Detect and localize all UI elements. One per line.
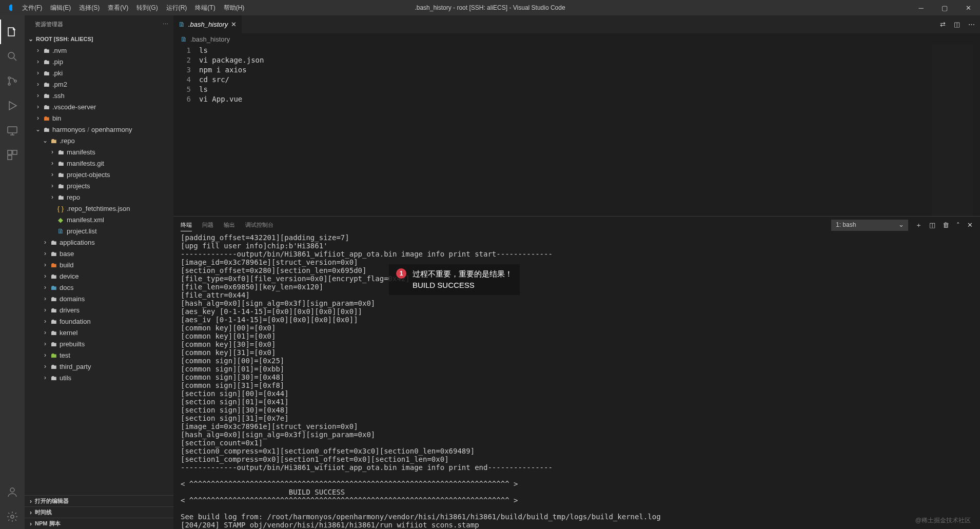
tree-label: harmonyos (52, 126, 85, 133)
tree-label: .ssh (52, 92, 65, 100)
code-content[interactable]: ls vi package.json npm i axios cd src/ l… (199, 45, 980, 216)
folder-icon: 🖿 (49, 239, 57, 246)
tree-folder[interactable]: 🖿.repo (25, 135, 173, 146)
activity-settings[interactable] (0, 504, 25, 529)
tree-folder[interactable]: 🖿bin (25, 112, 173, 124)
tree-label: docs (60, 284, 73, 291)
panel-tab-debug-console[interactable]: 调试控制台 (245, 219, 273, 231)
activity-search[interactable] (0, 44, 25, 69)
tree-folder[interactable]: 🖿.pm2 (25, 79, 173, 90)
tree-file[interactable]: ◆manifest.xml (25, 214, 173, 225)
tree-folder[interactable]: 🖿.nvm (25, 45, 173, 56)
tree-folder[interactable]: 🖿foundation (25, 316, 173, 327)
tree-folder[interactable]: 🖿device (25, 270, 173, 282)
tree-file[interactable]: 🗎project.list (25, 225, 173, 237)
tree-folder[interactable]: 🖿.pki (25, 67, 173, 79)
code-line: cd src/ (199, 75, 980, 85)
line-number: 6 (173, 94, 191, 104)
sidebar-actions: ⋯ (163, 21, 168, 28)
line-number: 4 (173, 75, 191, 85)
folder-icon: 🖿 (42, 114, 50, 122)
menu-selection[interactable]: 选择(S) (75, 0, 104, 15)
tree-folder[interactable]: 🖿.pip (25, 56, 173, 67)
tree-folder[interactable]: 🖿repo (25, 191, 173, 203)
code-line: vi App.vue (199, 94, 980, 104)
tree-folder[interactable]: 🖿kernel (25, 327, 173, 338)
menu-go[interactable]: 转到(G) (132, 0, 162, 15)
menu-run[interactable]: 运行(R) (162, 0, 191, 15)
close-panel-icon[interactable]: ✕ (967, 221, 973, 229)
tree-folder[interactable]: 🖿projects (25, 180, 173, 191)
minimize-button[interactable]: ─ (909, 0, 933, 15)
tree-folder[interactable]: 🖿build (25, 259, 173, 270)
tree-root[interactable]: ROOT [SSH: ALIECS] (25, 33, 173, 45)
editor-area: 🗎 .bash_history ✕ ⇄ ◫ ⋯ 🗎 .bash_history … (173, 15, 980, 529)
tree-folder[interactable]: 🖿project-objects (25, 169, 173, 180)
menu-edit[interactable]: 编辑(E) (46, 0, 75, 15)
activity-account[interactable] (0, 480, 25, 504)
tree-folder[interactable]: 🖿applications (25, 237, 173, 248)
section-timeline[interactable]: 时间线 (25, 506, 173, 518)
editor-content[interactable]: 1 2 3 4 5 6 ls vi package.json npm i axi… (173, 45, 980, 216)
tree-folder[interactable]: 🖿domains (25, 293, 173, 304)
chevron-right-icon (41, 261, 49, 268)
tree-folder[interactable]: 🖿test (25, 349, 173, 361)
breadcrumb[interactable]: 🗎 .bash_history (173, 33, 980, 45)
activity-run-debug[interactable] (0, 93, 25, 118)
activity-explorer[interactable] (0, 19, 25, 44)
annotation-line: BUILD SUCCESS (413, 280, 513, 291)
terminal-output[interactable]: [padding_offset=432201][padding_size=7] … (173, 233, 980, 529)
file-tree[interactable]: 🖿.nvm 🖿.pip 🖿.pki 🖿.pm2 🖿.ssh 🖿.vscode-s… (25, 45, 173, 495)
menu-terminal[interactable]: 终端(T) (191, 0, 219, 15)
tree-folder[interactable]: 🖿prebuilts (25, 338, 173, 349)
section-npm-scripts[interactable]: NPM 脚本 (25, 518, 173, 529)
code-line: vi package.json (199, 55, 980, 65)
chevron-right-icon (41, 272, 49, 280)
tree-file[interactable]: { }.repo_fetchtimes.json (25, 203, 173, 214)
chevron-down-icon (27, 35, 35, 43)
tree-folder[interactable]: 🖿docs (25, 282, 173, 293)
tree-folder[interactable]: 🖿.vscode-server (25, 101, 173, 112)
activity-source-control[interactable] (0, 69, 25, 93)
tree-folder[interactable]: 🖿base (25, 248, 173, 259)
folder-icon: 🖿 (49, 340, 57, 348)
activity-remote[interactable] (0, 118, 25, 143)
tree-folder[interactable]: 🖿.ssh (25, 90, 173, 101)
section-open-editors[interactable]: 打开的编辑器 (25, 495, 173, 506)
panel-tab-terminal[interactable]: 终端 (181, 219, 192, 231)
minimap[interactable] (932, 45, 973, 216)
activity-extensions[interactable] (0, 143, 25, 167)
terminal-selector[interactable]: 1: bash (831, 220, 908, 231)
tree-folder[interactable]: 🖿manifests.git (25, 158, 173, 169)
folder-icon: 🖿 (49, 295, 57, 303)
split-editor-icon[interactable]: ◫ (954, 21, 960, 28)
maximize-panel-icon[interactable]: ˄ (956, 221, 960, 229)
editor-tabs: 🗎 .bash_history ✕ ⇄ ◫ ⋯ (173, 15, 980, 33)
editor-tab[interactable]: 🗎 .bash_history ✕ (173, 15, 242, 33)
close-icon[interactable]: ✕ (231, 21, 237, 28)
panel-tab-problems[interactable]: 问题 (202, 219, 213, 231)
tree-folder-harmonyos[interactable]: 🖿harmonyos/openharmony (25, 124, 173, 135)
kill-terminal-icon[interactable]: 🗑 (943, 221, 949, 229)
tree-folder[interactable]: 🖿manifests (25, 146, 173, 158)
new-terminal-icon[interactable]: ＋ (915, 221, 922, 230)
section-label: 时间线 (35, 508, 52, 516)
menu-bar: 文件(F) 编辑(E) 选择(S) 查看(V) 转到(G) 运行(R) 终端(T… (18, 0, 248, 15)
compare-changes-icon[interactable]: ⇄ (940, 21, 946, 28)
tree-folder[interactable]: 🖿utils (25, 372, 173, 383)
tree-label: foundation (60, 318, 91, 325)
maximize-button[interactable]: ▢ (933, 0, 956, 15)
annotation-text: 过程不重要，重要的是结果！ BUILD SUCCESS (413, 268, 513, 291)
split-terminal-icon[interactable]: ◫ (929, 221, 935, 229)
panel-tab-output[interactable]: 输出 (224, 219, 235, 231)
tree-folder[interactable]: 🖿third_party (25, 361, 173, 372)
menu-help[interactable]: 帮助(H) (220, 0, 249, 15)
more-icon[interactable]: ⋯ (968, 21, 975, 28)
more-icon[interactable]: ⋯ (163, 21, 168, 28)
menu-file[interactable]: 文件(F) (18, 0, 46, 15)
tree-label: .pip (52, 58, 63, 66)
breadcrumb-label: .bash_history (190, 35, 230, 43)
menu-view[interactable]: 查看(V) (104, 0, 132, 15)
close-button[interactable]: ✕ (956, 0, 980, 15)
tree-folder[interactable]: 🖿drivers (25, 304, 173, 316)
